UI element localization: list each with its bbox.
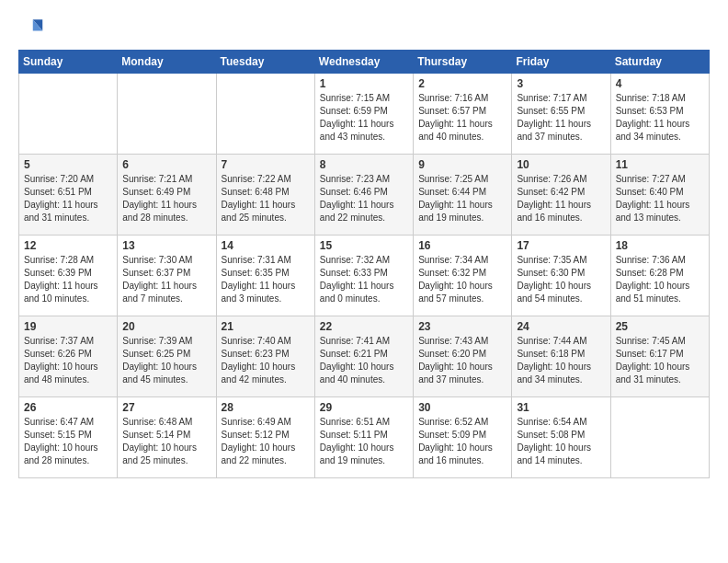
calendar-cell: 28Sunrise: 6:49 AM Sunset: 5:12 PM Dayli… xyxy=(216,397,314,478)
week-row-3: 12Sunrise: 7:28 AM Sunset: 6:39 PM Dayli… xyxy=(19,236,710,316)
day-number: 15 xyxy=(320,239,408,252)
day-number: 29 xyxy=(320,401,408,414)
calendar-cell: 6Sunrise: 7:21 AM Sunset: 6:49 PM Daylig… xyxy=(118,155,216,236)
cell-content: Sunrise: 7:40 AM Sunset: 6:23 PM Dayligh… xyxy=(222,335,310,386)
calendar-cell: 22Sunrise: 7:41 AM Sunset: 6:21 PM Dayli… xyxy=(314,316,413,397)
calendar-cell: 12Sunrise: 7:28 AM Sunset: 6:39 PM Dayli… xyxy=(19,236,118,316)
calendar-cell: 2Sunrise: 7:16 AM Sunset: 6:57 PM Daylig… xyxy=(414,74,512,155)
cell-content: Sunrise: 6:51 AM Sunset: 5:11 PM Dayligh… xyxy=(320,416,408,467)
day-number: 8 xyxy=(320,158,408,171)
day-number: 31 xyxy=(517,401,605,414)
cell-content: Sunrise: 7:34 AM Sunset: 6:32 PM Dayligh… xyxy=(418,254,506,305)
calendar-table: SundayMondayTuesdayWednesdayThursdayFrid… xyxy=(18,50,710,478)
cell-content: Sunrise: 7:27 AM Sunset: 6:40 PM Dayligh… xyxy=(616,173,704,224)
cell-content: Sunrise: 7:31 AM Sunset: 6:35 PM Dayligh… xyxy=(222,254,310,305)
cell-content: Sunrise: 6:54 AM Sunset: 5:08 PM Dayligh… xyxy=(517,416,605,467)
cell-content: Sunrise: 7:37 AM Sunset: 6:26 PM Dayligh… xyxy=(24,335,112,386)
calendar-cell: 1Sunrise: 7:15 AM Sunset: 6:59 PM Daylig… xyxy=(314,74,413,155)
cell-content: Sunrise: 7:43 AM Sunset: 6:20 PM Dayligh… xyxy=(418,335,506,386)
calendar-cell: 17Sunrise: 7:35 AM Sunset: 6:30 PM Dayli… xyxy=(512,236,610,316)
cell-content: Sunrise: 7:26 AM Sunset: 6:42 PM Dayligh… xyxy=(517,173,605,224)
header-day-monday: Monday xyxy=(118,51,216,74)
cell-content: Sunrise: 7:45 AM Sunset: 6:17 PM Dayligh… xyxy=(616,335,704,386)
calendar-cell: 14Sunrise: 7:31 AM Sunset: 6:35 PM Dayli… xyxy=(216,236,314,316)
day-number: 6 xyxy=(122,158,210,171)
cell-content: Sunrise: 7:44 AM Sunset: 6:18 PM Dayligh… xyxy=(517,335,605,386)
day-number: 20 xyxy=(122,320,210,333)
day-number: 28 xyxy=(222,401,310,414)
cell-content: Sunrise: 7:36 AM Sunset: 6:28 PM Dayligh… xyxy=(616,254,704,305)
day-number: 7 xyxy=(222,158,310,171)
calendar-cell: 7Sunrise: 7:22 AM Sunset: 6:48 PM Daylig… xyxy=(216,155,314,236)
day-number: 16 xyxy=(418,239,506,252)
calendar-cell: 31Sunrise: 6:54 AM Sunset: 5:08 PM Dayli… xyxy=(512,397,610,478)
calendar-cell: 21Sunrise: 7:40 AM Sunset: 6:23 PM Dayli… xyxy=(216,316,314,397)
header-day-friday: Friday xyxy=(512,51,610,74)
day-number: 2 xyxy=(418,77,506,90)
day-number: 26 xyxy=(24,401,112,414)
day-number: 21 xyxy=(222,320,310,333)
day-number: 1 xyxy=(320,77,408,90)
cell-content: Sunrise: 7:30 AM Sunset: 6:37 PM Dayligh… xyxy=(122,254,210,305)
cell-content: Sunrise: 6:49 AM Sunset: 5:12 PM Dayligh… xyxy=(222,416,310,467)
calendar-cell: 13Sunrise: 7:30 AM Sunset: 6:37 PM Dayli… xyxy=(118,236,216,316)
day-number: 19 xyxy=(24,320,112,333)
day-number: 11 xyxy=(616,158,704,171)
cell-content: Sunrise: 7:16 AM Sunset: 6:57 PM Dayligh… xyxy=(418,92,506,144)
header-day-thursday: Thursday xyxy=(414,51,512,74)
calendar-cell xyxy=(610,397,709,478)
day-number: 23 xyxy=(418,320,506,333)
day-number: 17 xyxy=(517,239,605,252)
calendar-cell: 10Sunrise: 7:26 AM Sunset: 6:42 PM Dayli… xyxy=(512,155,610,236)
cell-content: Sunrise: 6:52 AM Sunset: 5:09 PM Dayligh… xyxy=(418,416,506,467)
calendar-cell xyxy=(19,74,118,155)
day-number: 5 xyxy=(24,158,112,171)
cell-content: Sunrise: 7:18 AM Sunset: 6:53 PM Dayligh… xyxy=(616,92,704,144)
day-number: 18 xyxy=(616,239,704,252)
header-day-wednesday: Wednesday xyxy=(314,51,413,74)
header-day-saturday: Saturday xyxy=(610,51,709,74)
calendar-cell: 3Sunrise: 7:17 AM Sunset: 6:55 PM Daylig… xyxy=(512,74,610,155)
cell-content: Sunrise: 7:15 AM Sunset: 6:59 PM Dayligh… xyxy=(320,92,408,144)
cell-content: Sunrise: 6:47 AM Sunset: 5:15 PM Dayligh… xyxy=(24,416,112,467)
calendar-cell: 5Sunrise: 7:20 AM Sunset: 6:51 PM Daylig… xyxy=(19,155,118,236)
calendar-cell: 24Sunrise: 7:44 AM Sunset: 6:18 PM Dayli… xyxy=(512,316,610,397)
calendar-cell: 27Sunrise: 6:48 AM Sunset: 5:14 PM Dayli… xyxy=(118,397,216,478)
header-row: SundayMondayTuesdayWednesdayThursdayFrid… xyxy=(19,51,710,74)
calendar-cell: 23Sunrise: 7:43 AM Sunset: 6:20 PM Dayli… xyxy=(414,316,512,397)
cell-content: Sunrise: 7:35 AM Sunset: 6:30 PM Dayligh… xyxy=(517,254,605,305)
day-number: 10 xyxy=(517,158,605,171)
cell-content: Sunrise: 7:21 AM Sunset: 6:49 PM Dayligh… xyxy=(122,173,210,224)
day-number: 9 xyxy=(418,158,506,171)
week-row-4: 19Sunrise: 7:37 AM Sunset: 6:26 PM Dayli… xyxy=(19,316,710,397)
week-row-1: 1Sunrise: 7:15 AM Sunset: 6:59 PM Daylig… xyxy=(19,74,710,155)
cell-content: Sunrise: 7:28 AM Sunset: 6:39 PM Dayligh… xyxy=(24,254,112,305)
calendar-cell: 25Sunrise: 7:45 AM Sunset: 6:17 PM Dayli… xyxy=(610,316,709,397)
logo xyxy=(18,15,48,40)
day-number: 25 xyxy=(616,320,704,333)
day-number: 27 xyxy=(122,401,210,414)
day-number: 3 xyxy=(517,77,605,90)
calendar-page: SundayMondayTuesdayWednesdayThursdayFrid… xyxy=(0,0,728,497)
cell-content: Sunrise: 7:25 AM Sunset: 6:44 PM Dayligh… xyxy=(418,173,506,224)
header-day-sunday: Sunday xyxy=(19,51,118,74)
calendar-cell: 20Sunrise: 7:39 AM Sunset: 6:25 PM Dayli… xyxy=(118,316,216,397)
cell-content: Sunrise: 6:48 AM Sunset: 5:14 PM Dayligh… xyxy=(122,416,210,467)
day-number: 13 xyxy=(122,239,210,252)
calendar-cell: 11Sunrise: 7:27 AM Sunset: 6:40 PM Dayli… xyxy=(610,155,709,236)
calendar-cell: 9Sunrise: 7:25 AM Sunset: 6:44 PM Daylig… xyxy=(414,155,512,236)
calendar-cell xyxy=(216,74,314,155)
day-number: 30 xyxy=(418,401,506,414)
calendar-cell xyxy=(118,74,216,155)
cell-content: Sunrise: 7:23 AM Sunset: 6:46 PM Dayligh… xyxy=(320,173,408,224)
cell-content: Sunrise: 7:32 AM Sunset: 6:33 PM Dayligh… xyxy=(320,254,408,305)
day-number: 14 xyxy=(222,239,310,252)
cell-content: Sunrise: 7:20 AM Sunset: 6:51 PM Dayligh… xyxy=(24,173,112,224)
cell-content: Sunrise: 7:39 AM Sunset: 6:25 PM Dayligh… xyxy=(122,335,210,386)
day-number: 4 xyxy=(616,77,704,90)
calendar-cell: 18Sunrise: 7:36 AM Sunset: 6:28 PM Dayli… xyxy=(610,236,709,316)
cell-content: Sunrise: 7:17 AM Sunset: 6:55 PM Dayligh… xyxy=(517,92,605,144)
day-number: 24 xyxy=(517,320,605,333)
calendar-cell: 15Sunrise: 7:32 AM Sunset: 6:33 PM Dayli… xyxy=(314,236,413,316)
calendar-cell: 8Sunrise: 7:23 AM Sunset: 6:46 PM Daylig… xyxy=(314,155,413,236)
